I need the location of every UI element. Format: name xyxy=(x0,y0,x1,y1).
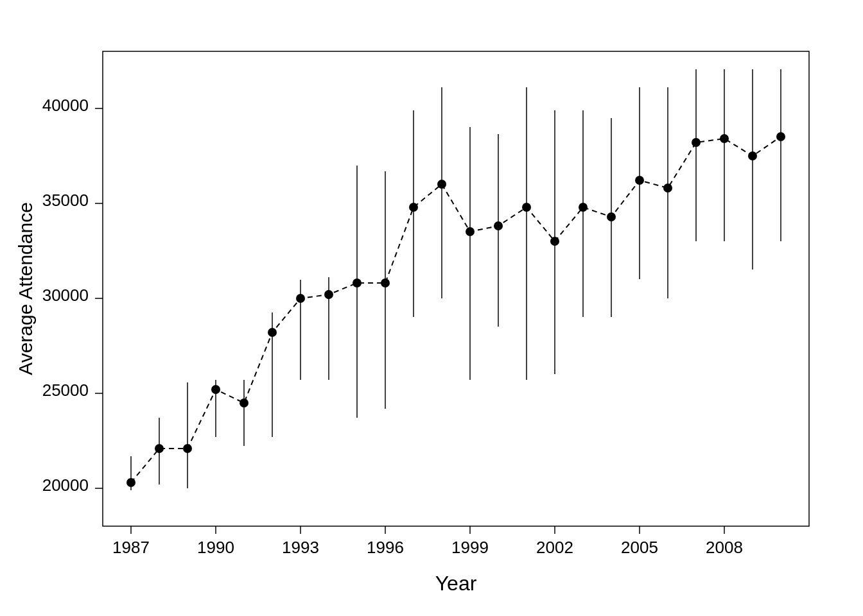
point-2001 xyxy=(522,203,531,212)
point-2003 xyxy=(579,203,588,212)
point-1990 xyxy=(211,385,220,394)
point-1995 xyxy=(353,278,362,287)
scatter-plot: 20000 25000 30000 35000 40000 Average At… xyxy=(0,0,863,616)
point-1998 xyxy=(437,180,446,189)
point-2006 xyxy=(663,184,672,193)
y-axis-label: Average Attendance xyxy=(15,202,36,375)
point-1996 xyxy=(381,278,390,287)
x-tick-1999: 1999 xyxy=(451,538,489,557)
point-2010 xyxy=(776,132,785,141)
x-axis-label: Year xyxy=(435,572,477,595)
point-1991 xyxy=(240,398,248,407)
point-1989 xyxy=(183,444,192,453)
x-tick-2008: 2008 xyxy=(706,538,743,557)
x-tick-1987: 1987 xyxy=(112,538,150,557)
y-tick-20000: 20000 xyxy=(42,475,89,495)
point-1988 xyxy=(155,444,164,453)
point-1997 xyxy=(409,203,418,212)
point-2004 xyxy=(607,212,616,221)
y-tick-25000: 25000 xyxy=(42,381,89,400)
x-tick-1993: 1993 xyxy=(282,538,319,557)
point-2007 xyxy=(692,138,701,147)
point-2005 xyxy=(635,176,644,185)
point-2009 xyxy=(748,151,757,160)
point-1993 xyxy=(296,294,305,303)
point-1992 xyxy=(268,328,277,337)
plot-area xyxy=(103,51,809,526)
x-tick-1996: 1996 xyxy=(367,538,404,557)
y-tick-30000: 30000 xyxy=(42,286,89,305)
point-2008 xyxy=(720,134,729,143)
y-tick-35000: 35000 xyxy=(42,191,89,210)
point-1999 xyxy=(466,227,475,236)
point-1987 xyxy=(126,478,135,487)
chart-container: 20000 25000 30000 35000 40000 Average At… xyxy=(0,0,863,616)
y-tick-40000: 40000 xyxy=(42,96,89,115)
x-tick-2005: 2005 xyxy=(621,538,658,557)
x-tick-2002: 2002 xyxy=(536,538,573,557)
x-tick-1990: 1990 xyxy=(197,538,234,557)
point-1994 xyxy=(324,290,333,299)
point-2000 xyxy=(494,221,503,230)
point-2002 xyxy=(550,237,559,246)
